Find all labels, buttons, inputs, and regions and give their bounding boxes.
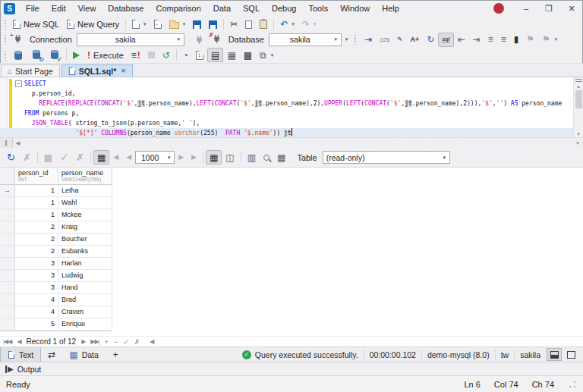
- format-data-button[interactable]: ⇥: [361, 33, 376, 47]
- capitalize-button[interactable]: A+: [407, 33, 424, 47]
- row-selector[interactable]: [0, 270, 15, 281]
- row-selector[interactable]: [0, 234, 15, 245]
- format-sql-button[interactable]: sql: [438, 33, 453, 47]
- cell-person-name[interactable]: Craven: [58, 306, 112, 318]
- results-pane-button[interactable]: ▤: [207, 48, 223, 62]
- menu-view[interactable]: View: [72, 1, 102, 16]
- cell-person-name[interactable]: Brad: [58, 294, 112, 306]
- bookmark-button[interactable]: ▮: [510, 33, 523, 47]
- page-size-select[interactable]: 1000 ▾: [135, 151, 175, 164]
- tab-start-page[interactable]: ⌂ Start Page: [1, 64, 60, 77]
- open-file-button[interactable]: ▾: [165, 17, 190, 32]
- menu-edit[interactable]: Edit: [46, 1, 72, 16]
- splitter-handle[interactable]: [575, 79, 582, 82]
- table-mode-select[interactable]: (read-only) ▾: [323, 151, 450, 164]
- first-record-icon[interactable]: |◀◀: [3, 338, 11, 345]
- cell-person-name[interactable]: Mckee: [58, 209, 112, 221]
- database-check-button[interactable]: ✓: [46, 48, 64, 62]
- row-selector[interactable]: [0, 197, 15, 209]
- menu-window[interactable]: Window: [334, 1, 376, 16]
- cell-person-id[interactable]: 1: [15, 185, 58, 196]
- add-view-button[interactable]: +: [106, 350, 126, 360]
- switch-view-button[interactable]: ⇄: [41, 347, 62, 362]
- menu-data[interactable]: Data: [207, 1, 237, 16]
- cell-person-id[interactable]: 2: [15, 234, 58, 245]
- row-selector[interactable]: [0, 318, 15, 330]
- table-row[interactable]: 3Hand: [0, 282, 112, 294]
- last-page-button[interactable]: ▶: [188, 150, 200, 165]
- cell-person-id[interactable]: 1: [15, 209, 58, 221]
- history-button[interactable]: ↺: [159, 48, 174, 62]
- cell-person-name[interactable]: Hand: [58, 282, 112, 293]
- database-task-button[interactable]: [9, 48, 27, 62]
- next-bookmark-button[interactable]: ⚑: [538, 33, 554, 47]
- append-record-icon[interactable]: +: [105, 338, 109, 346]
- paste-button[interactable]: [256, 17, 271, 32]
- table-row[interactable]: 4Brad: [0, 294, 112, 306]
- cell-person-name[interactable]: Wahl: [58, 197, 112, 209]
- cell-person-name[interactable]: Letha: [58, 185, 112, 196]
- cell-person-id[interactable]: 3: [15, 270, 58, 281]
- number-format-button[interactable]: (123): [376, 33, 393, 47]
- row-selector[interactable]: [0, 282, 15, 293]
- code-line[interactable]: p.person_id,: [0, 89, 573, 99]
- find-in-results-button[interactable]: [260, 150, 273, 165]
- menu-help[interactable]: Help: [376, 1, 405, 16]
- indent-button[interactable]: ⇥: [469, 33, 484, 47]
- connect-button[interactable]: [191, 33, 208, 47]
- tab-text-view[interactable]: Text: [0, 347, 41, 362]
- table-row[interactable]: 2Kraig: [0, 221, 112, 234]
- cell-person-id[interactable]: 2: [15, 246, 58, 257]
- cancel-edit-icon[interactable]: ✗: [134, 338, 140, 346]
- table-row[interactable]: →1Letha: [0, 185, 112, 197]
- database-refresh-button[interactable]: ↻: [27, 48, 46, 62]
- table-row[interactable]: 1Wahl: [0, 197, 112, 209]
- new-item-button[interactable]: +: [150, 17, 165, 32]
- cell-person-name[interactable]: Enrique: [58, 318, 112, 330]
- prev-record-icon[interactable]: ◀: [17, 338, 20, 345]
- cell-person-id[interactable]: 3: [15, 258, 58, 269]
- code-line[interactable]: FROM persons p,: [0, 108, 573, 118]
- menu-database[interactable]: Database: [102, 1, 150, 16]
- results-grid[interactable]: person_id INT person_name VARCHAR(256) →…: [0, 168, 112, 331]
- scroll-down-icon[interactable]: ▼: [576, 131, 581, 137]
- table-row[interactable]: 2Eubanks: [0, 246, 112, 258]
- prev-bookmark-button[interactable]: ⚑: [522, 33, 538, 47]
- column-header-person-id[interactable]: person_id INT: [15, 168, 58, 184]
- chevron-down-icon[interactable]: ▾: [572, 140, 583, 146]
- resize-grip[interactable]: [568, 380, 577, 389]
- minimize-button[interactable]: –: [515, 0, 537, 17]
- editor-horizontal-scrollbar[interactable]: ∥ ◀ ▾: [0, 137, 583, 148]
- horizontal-layout-button[interactable]: [547, 348, 562, 361]
- tab-data-view[interactable]: ▦ Data: [62, 347, 106, 362]
- new-sql-button[interactable]: t New SQL: [9, 17, 63, 32]
- copy-button[interactable]: [241, 17, 256, 32]
- commit-button[interactable]: ▩: [40, 150, 56, 165]
- scroll-left-icon[interactable]: ◀: [13, 140, 23, 146]
- toolbar-overflow-icon[interactable]: ▾: [555, 36, 558, 42]
- cell-person-name[interactable]: Kraig: [58, 221, 112, 233]
- cell-person-id[interactable]: 3: [15, 282, 58, 293]
- undo-button[interactable]: ↶ ▾: [276, 17, 298, 32]
- refresh-results-button[interactable]: ↻: [3, 150, 19, 165]
- grid-view-button[interactable]: ▦: [206, 150, 222, 165]
- row-selector[interactable]: [0, 306, 15, 318]
- current-row-marker[interactable]: →: [0, 185, 15, 196]
- next-record-icon[interactable]: ▶: [81, 338, 85, 345]
- comment-button[interactable]: ≡: [484, 33, 497, 47]
- last-record-icon[interactable]: ▶▶|: [90, 338, 99, 345]
- paging-button[interactable]: ▦: [93, 150, 109, 165]
- connection-select[interactable]: sakila ▾: [77, 33, 184, 46]
- card-view-button[interactable]: ◫: [222, 150, 238, 165]
- output-panel[interactable]: ▶ Output: [0, 362, 583, 375]
- code-line[interactable]: JSON_TABLE( string_to_json(p.person_name…: [0, 118, 573, 128]
- profiler-button[interactable]: ◔: [179, 48, 192, 62]
- disconnect-button[interactable]: ✗: [208, 33, 225, 47]
- cut-button[interactable]: ✂: [226, 17, 241, 32]
- scroll-up-icon[interactable]: ▲: [576, 83, 581, 89]
- new-document-button[interactable]: ▾: [128, 17, 150, 32]
- column-visibility-button[interactable]: ▥: [244, 150, 260, 165]
- snippets-button[interactable]: ✎: [393, 33, 407, 47]
- export-button[interactable]: ↥: [192, 48, 207, 62]
- execute-button[interactable]: ! Execute: [84, 48, 128, 62]
